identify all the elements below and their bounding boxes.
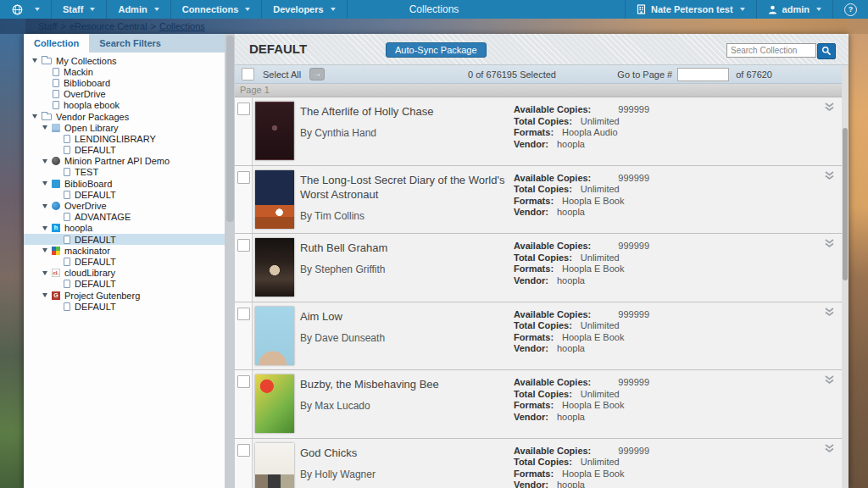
minion-globe-icon: [52, 157, 60, 165]
tree-item-default-gutenberg[interactable]: DEFAULT: [24, 301, 225, 312]
sidebar-tab-bar: Collection Search Filters: [24, 34, 225, 53]
row-checkbox[interactable]: [237, 444, 250, 457]
chevron-down-icon: [35, 8, 40, 11]
tree-item-biblioboard-vendor[interactable]: BiblioBoard: [24, 178, 225, 189]
book-row: Buzby, the Misbehaving Bee By Max Lucado…: [235, 370, 849, 439]
tree-item-lendinglibrary[interactable]: LENDINGLIBRARY: [24, 133, 225, 144]
expand-arrow-icon[interactable]: [42, 271, 47, 275]
page-divider: Page 1: [235, 84, 849, 97]
row-checkbox[interactable]: [237, 308, 250, 320]
tree-item-project-gutenberg[interactable]: Project Gutenberg: [24, 290, 225, 301]
tree-item-advantage[interactable]: ADVANTAGE: [24, 212, 225, 223]
expand-arrow-icon[interactable]: [42, 159, 47, 164]
expand-chevron-icon[interactable]: [824, 236, 835, 252]
row-checkbox[interactable]: [237, 239, 250, 252]
tree-item-default-openlibrary[interactable]: DEFAULT: [24, 145, 225, 156]
search-input[interactable]: [726, 43, 816, 58]
folder-icon: [42, 58, 52, 64]
book-author: By Stephen Griffith: [300, 263, 510, 275]
sidebar-scrollbar-thumb[interactable]: [226, 36, 234, 222]
expand-chevron-icon[interactable]: [824, 373, 835, 388]
expand-arrow-icon[interactable]: [32, 114, 37, 119]
tree-item-hoopla-vendor[interactable]: hoopla: [24, 223, 225, 234]
top-navigation-bar: Staff Admin Connections Developers Colle…: [0, 0, 868, 19]
book-title: Buzby, the Misbehaving Bee: [300, 377, 510, 391]
home-menu[interactable]: [0, 0, 52, 19]
tree-item-test[interactable]: TEST: [24, 167, 225, 178]
document-icon: [53, 68, 59, 76]
document-icon: [64, 191, 70, 199]
expand-arrow-icon[interactable]: [42, 293, 47, 297]
tab-collection[interactable]: Collection: [24, 34, 89, 53]
expand-arrow-icon[interactable]: [32, 58, 37, 63]
collection-header: DEFAULT Auto-Sync Package: [235, 34, 849, 65]
sidebar-scrollbar[interactable]: [225, 34, 235, 488]
main-scrollbar[interactable]: [842, 65, 849, 488]
book-metadata: Available Copies:999999 Total Copies:Unl…: [514, 241, 793, 286]
tree-item-my-collections[interactable]: My Collections: [24, 55, 225, 66]
tree-item-overdrive-vendor[interactable]: OverDrive: [24, 200, 225, 211]
tree-item-default-cloudlibrary[interactable]: DEFAULT: [24, 279, 225, 290]
book-metadata: Available Copies:999999 Total Copies:Unl…: [514, 377, 793, 423]
tree-item-default-hoopla-selected[interactable]: DEFAULT: [24, 234, 225, 245]
expand-chevron-icon[interactable]: [824, 100, 835, 115]
wallpaper-right: [848, 19, 868, 488]
expand-arrow-icon[interactable]: [42, 248, 47, 252]
chevron-down-icon: [90, 8, 95, 11]
breadcrumb-eresource-central[interactable]: eResource Central: [70, 21, 147, 31]
menu-admin[interactable]: Admin: [107, 0, 170, 19]
book-title: The Afterlife of Holly Chase: [300, 104, 510, 119]
tab-search-filters[interactable]: Search Filters: [89, 34, 171, 53]
expand-chevron-icon[interactable]: [824, 441, 835, 457]
user-menu[interactable]: admin: [756, 0, 832, 19]
book-metadata: Available Copies:999999 Total Copies:Unl…: [514, 104, 793, 150]
document-icon: [53, 90, 59, 98]
tree-item-minion-partner[interactable]: Minion Partner API Demo: [24, 156, 225, 167]
tree-item-vendor-packages[interactable]: Vendor Packages: [24, 111, 225, 122]
person-icon: [768, 5, 777, 14]
expand-arrow-icon[interactable]: [42, 181, 47, 186]
search-group: [726, 43, 836, 59]
row-checkbox[interactable]: [237, 171, 250, 184]
collection-title: DEFAULT: [249, 42, 307, 56]
book-row: Aim Low By Dave Dunseath Available Copie…: [235, 302, 849, 371]
expand-arrow-icon[interactable]: [42, 226, 47, 230]
tree-item-hoopla-ebook[interactable]: hoopla ebook: [24, 100, 225, 111]
main-scrollbar-thumb[interactable]: [843, 128, 848, 280]
row-checkbox[interactable]: [237, 103, 250, 115]
tree-item-default-biblioboard[interactable]: DEFAULT: [24, 189, 225, 200]
menu-developers[interactable]: Developers: [262, 0, 347, 19]
search-button[interactable]: [817, 43, 836, 59]
selected-summary: 0 of 676195 Selected: [235, 69, 789, 80]
book-metadata: Available Copies:999999 Total Copies:Unl…: [514, 446, 793, 488]
book-metadata: Available Copies:999999 Total Copies:Unl…: [514, 173, 793, 219]
expand-arrow-icon[interactable]: [42, 204, 47, 208]
sidebar: Collection Search Filters My Collections…: [24, 34, 225, 488]
expand-chevron-icon[interactable]: [824, 169, 835, 184]
tree-item-overdrive-coll[interactable]: OverDrive: [24, 89, 225, 100]
expand-arrow-icon[interactable]: [42, 125, 47, 130]
row-checkbox[interactable]: [237, 375, 250, 388]
document-icon: [64, 213, 70, 221]
document-icon: [64, 236, 70, 244]
tree-item-mackinator[interactable]: mackinator: [24, 245, 225, 256]
book-author: By Cynthia Hand: [300, 127, 510, 139]
tree-item-mackin[interactable]: Mackin: [24, 66, 225, 77]
book-cover: [255, 238, 294, 297]
org-selector[interactable]: Nate Peterson test: [625, 0, 756, 19]
cloudlibrary-icon: [52, 269, 60, 277]
breadcrumb-collections[interactable]: Collections: [159, 21, 205, 31]
tree-item-biblioboard-coll[interactable]: Biblioboard: [24, 77, 225, 88]
book-author: By Dave Dunseath: [300, 332, 510, 344]
breadcrumb-staff[interactable]: Staff: [38, 21, 57, 31]
menu-staff[interactable]: Staff: [52, 0, 107, 19]
tree-item-open-library[interactable]: Open Library: [24, 122, 225, 133]
help-button[interactable]: [832, 0, 868, 19]
chevron-down-icon: [331, 8, 336, 11]
auto-sync-package-button[interactable]: Auto-Sync Package: [386, 42, 487, 58]
gutenberg-icon: [52, 291, 60, 300]
menu-connections[interactable]: Connections: [171, 0, 263, 19]
expand-chevron-icon[interactable]: [824, 305, 835, 320]
tree-item-cloudlibrary[interactable]: cloudLibrary: [24, 268, 225, 279]
tree-item-default-mackinator[interactable]: DEFAULT: [24, 256, 225, 267]
